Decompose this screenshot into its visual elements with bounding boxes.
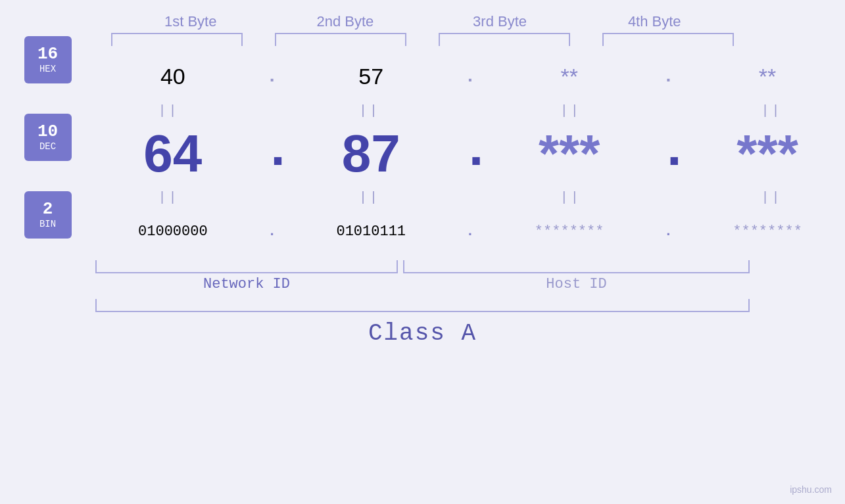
byte-headers: 1st Byte 2nd Byte 3rd Byte 4th Byte [0,13,845,30]
bin-b3: ******** [504,223,635,240]
equals-row-1: || || || || [0,100,845,121]
bin-badge-cell: 2 BIN [0,191,95,271]
bracket-top-2 [275,33,406,46]
eq2-b1: || [103,190,234,205]
bracket-full [95,299,750,312]
bracket-network [95,260,398,273]
equals-row-2: || || || || [0,187,845,208]
brackets-bottom [0,260,845,273]
equals-values-2: || || || || [95,190,845,205]
bin-values: 01000000 . 01010111 . ******** . *******… [95,223,845,240]
class-label: Class A [368,320,477,347]
eq2-b3: || [505,190,637,205]
hex-values: 40 . 57 . ** . ** [95,64,845,89]
bin-b4: ******** [702,223,833,240]
hex-b1: 40 [107,64,239,89]
dec-values: 64 . 87 . *** . *** [95,121,845,187]
dec-b3: *** [504,124,635,184]
dot-bin-3: . [658,223,678,240]
bin-badge: 2 BIN [24,191,72,239]
dot-dec-1: . [262,121,282,187]
bracket-top-4 [602,33,734,46]
dec-b1: 64 [107,124,239,184]
eq1-b3: || [505,103,637,118]
bin-badge-label: BIN [39,219,56,229]
dot-bin-2: . [460,223,480,240]
dec-badge-label: DEC [39,141,56,152]
hex-badge-label: HEX [39,64,56,74]
hex-row: 16 HEX 40 . 57 . ** . ** [0,53,845,100]
dot-dec-3: . [658,121,678,187]
dec-badge-number: 10 [37,123,58,140]
watermark: ipshu.com [790,484,832,495]
hex-b4: ** [702,64,833,89]
bin-badge-number: 2 [43,200,53,218]
dot-hex-2: . [460,66,480,87]
eq1-b2: || [304,103,435,118]
section-labels: Network ID Host ID [0,276,845,292]
eq2-b2: || [304,190,435,205]
dec-badge-cell: 10 DEC [0,114,95,194]
host-id-label: Host ID [403,276,750,292]
hex-b3: ** [504,64,635,89]
bin-b1: 01000000 [107,223,239,240]
equals-values-1: || || || || [95,103,845,118]
byte3-header: 3rd Byte [441,13,560,30]
dot-hex-3: . [658,66,678,87]
eq1-b1: || [103,103,234,118]
bracket-top-3 [439,33,570,46]
bin-row: 2 BIN 01000000 . 01010111 . ******** . *… [0,208,845,255]
eq2-b4: || [706,190,837,205]
byte4-header: 4th Byte [595,13,714,30]
bin-b2: 01010111 [305,223,437,240]
hex-badge-number: 16 [37,45,58,62]
bracket-host [403,260,750,273]
dot-bin-1: . [262,223,282,240]
dot-hex-1: . [262,66,282,87]
eq1-b4: || [706,103,837,118]
hex-badge: 16 HEX [24,36,72,83]
dec-row: 10 DEC 64 . 87 . *** . *** [0,121,845,187]
dot-dec-2: . [460,121,480,187]
hex-b2: 57 [305,64,437,89]
dec-b4: *** [702,124,833,184]
main-container: 1st Byte 2nd Byte 3rd Byte 4th Byte 16 H… [0,0,845,504]
byte1-header: 1st Byte [131,13,250,30]
network-id-label: Network ID [95,276,398,292]
bracket-top-1 [111,33,243,46]
dec-badge: 10 DEC [24,114,72,161]
byte2-header: 2nd Byte [285,13,404,30]
dec-b2: 87 [305,124,437,184]
